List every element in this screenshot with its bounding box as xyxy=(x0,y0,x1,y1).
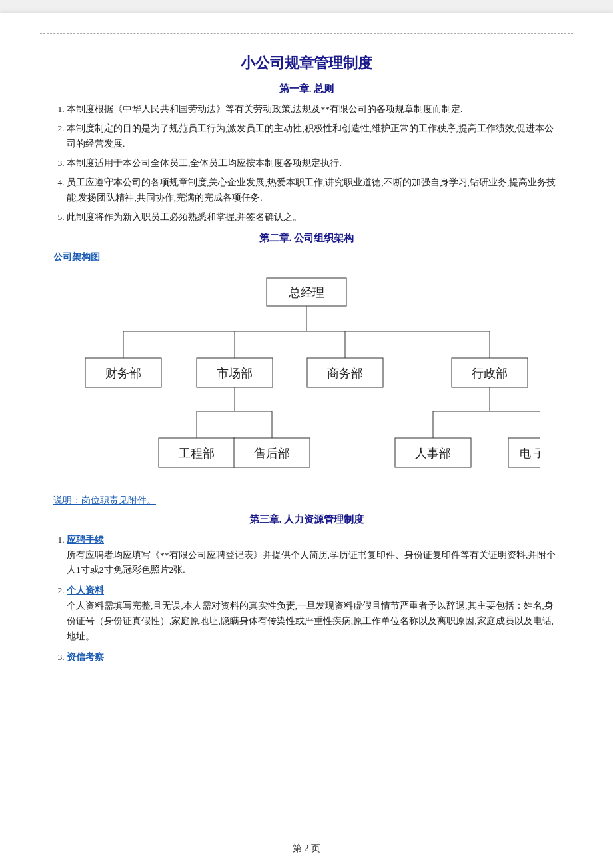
svg-text:财务部: 财务部 xyxy=(105,367,141,380)
svg-text:售后部: 售后部 xyxy=(254,447,290,460)
doc-title: 小公司规章管理制度 xyxy=(53,53,560,73)
svg-text:市场部: 市场部 xyxy=(217,367,253,380)
org-chart-svg: 总经理 财务部 市场部 商务部 行政部 xyxy=(73,271,540,485)
svg-text:总经理: 总经理 xyxy=(288,286,324,299)
chapter3-item-1-content: 所有应聘者均应填写《**有限公司应聘登记表》并提供个人简历,学历证书复印件、身份… xyxy=(67,548,560,579)
note-link[interactable]: 说明：岗位职责见附件。 xyxy=(53,495,560,507)
list-item: 本制度根据《中华人民共和国劳动法》等有关劳动政策,法规及**有限公司的各项规章制… xyxy=(67,102,560,117)
chapter1-title: 第一章. 总则 xyxy=(53,83,560,95)
chapter3-item-2-title: 个人资料 xyxy=(67,585,104,595)
chapter3-item-2: 个人资料 个人资料需填写完整,且无误,本人需对资料的真实性负责,一旦发现资料虚假… xyxy=(67,583,560,645)
org-subtitle: 公司架构图 xyxy=(53,251,560,263)
chapter3-item-1: 应聘手续 所有应聘者均应填写《**有限公司应聘登记表》并提供个人简历,学历证书复… xyxy=(67,533,560,579)
chapter3-title: 第三章. 人力资源管理制度 xyxy=(53,513,560,526)
svg-text:行政部: 行政部 xyxy=(472,367,508,380)
org-chart: 总经理 财务部 市场部 商务部 行政部 xyxy=(53,271,560,485)
svg-text:商务部: 商务部 xyxy=(327,367,363,380)
list-item: 本制度适用于本公司全体员工,全体员工均应按本制度各项规定执行. xyxy=(67,156,560,171)
chapter3-item-3-title: 资信考察 xyxy=(67,652,104,662)
top-dashed-line xyxy=(40,33,573,34)
svg-text:人事部: 人事部 xyxy=(415,447,451,460)
bottom-dashed-line xyxy=(40,861,573,861)
chapter2-title: 第二章. 公司组织架构 xyxy=(53,232,560,245)
list-item: 员工应遵守本公司的各项规章制度,关心企业发展,热爱本职工作,讲究职业道德,不断的… xyxy=(67,175,560,206)
document-page: 小公司规章管理制度 第一章. 总则 本制度根据《中华人民共和国劳动法》等有关劳动… xyxy=(0,13,613,868)
svg-text:电 子 商 务: 电 子 商 务 xyxy=(520,447,540,460)
page-number: 第 2 页 xyxy=(0,843,613,855)
chapter3-list: 应聘手续 所有应聘者均应填写《**有限公司应聘登记表》并提供个人简历,学历证书复… xyxy=(67,533,560,666)
chapter1-list: 本制度根据《中华人民共和国劳动法》等有关劳动政策,法规及**有限公司的各项规章制… xyxy=(67,102,560,225)
list-item: 此制度将作为新入职员工必须熟悉和掌握,并签名确认之。 xyxy=(67,210,560,225)
list-item: 本制度制定的目的是为了规范员工行为,激发员工的主动性,积极性和创造性,维护正常的… xyxy=(67,121,560,152)
chapter3-item-2-content: 个人资料需填写完整,且无误,本人需对资料的真实性负责,一旦发现资料虚假且情节严重… xyxy=(67,599,560,645)
svg-text:工程部: 工程部 xyxy=(179,447,215,460)
chapter3-item-3: 资信考察 xyxy=(67,650,560,665)
chapter3-item-1-title: 应聘手续 xyxy=(67,535,104,545)
